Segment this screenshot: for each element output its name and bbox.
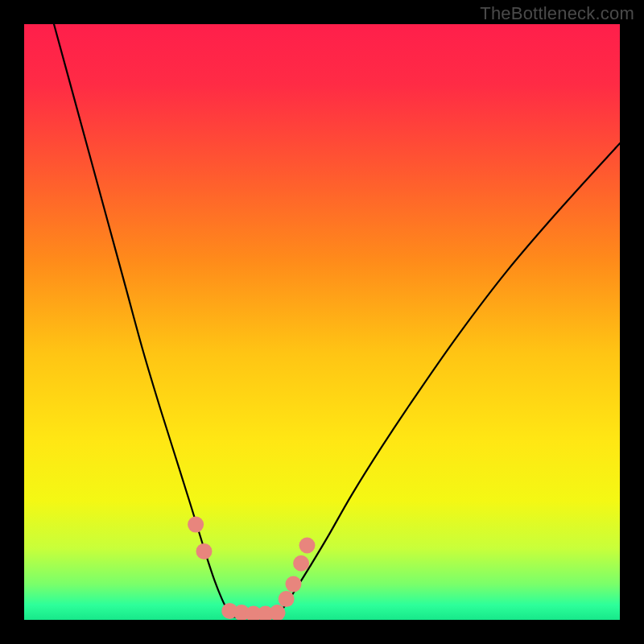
gradient-background — [24, 24, 620, 620]
data-marker — [299, 538, 316, 554]
watermark-text: TheBottleneck.com — [480, 3, 634, 24]
data-marker — [196, 543, 212, 559]
data-marker — [188, 517, 204, 533]
data-marker — [293, 555, 309, 572]
plot-frame — [24, 24, 620, 620]
data-marker — [279, 591, 295, 607]
data-marker — [285, 576, 301, 592]
bottleneck-chart — [24, 24, 620, 620]
